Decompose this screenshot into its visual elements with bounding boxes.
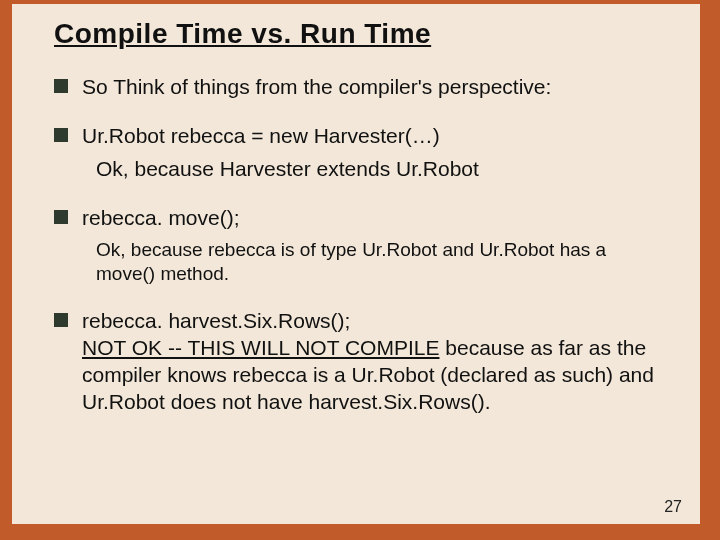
square-bullet-icon: [54, 210, 68, 224]
emphasis-underline: NOT OK -- THIS WILL NOT COMPILE: [82, 336, 439, 359]
bullet-subtext: Ok, because rebecca is of type Ur.Robot …: [96, 238, 674, 287]
bullet-item-4: rebecca. harvest.Six.Rows(); NOT OK -- T…: [54, 308, 674, 416]
code-line: rebecca. harvest.Six.Rows();: [82, 309, 350, 332]
slide-title: Compile Time vs. Run Time: [54, 18, 674, 50]
bullet-item-3: rebecca. move();: [54, 205, 674, 232]
slide-panel: Compile Time vs. Run Time So Think of th…: [12, 4, 700, 524]
page-number: 27: [664, 498, 682, 516]
bullet-text: So Think of things from the compiler's p…: [82, 74, 674, 101]
bullet-item-2: Ur.Robot rebecca = new Harvester(…): [54, 123, 674, 150]
bullet-text: rebecca. harvest.Six.Rows(); NOT OK -- T…: [82, 308, 674, 416]
bullet-subtext: Ok, because Harvester extends Ur.Robot: [96, 156, 674, 183]
square-bullet-icon: [54, 128, 68, 142]
square-bullet-icon: [54, 313, 68, 327]
square-bullet-icon: [54, 79, 68, 93]
bullet-text: Ur.Robot rebecca = new Harvester(…): [82, 123, 674, 150]
bullet-text: rebecca. move();: [82, 205, 674, 232]
bullet-item-1: So Think of things from the compiler's p…: [54, 74, 674, 101]
